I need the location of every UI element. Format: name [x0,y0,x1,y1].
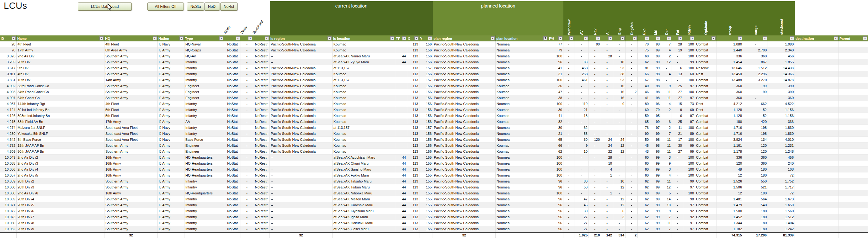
filter-dropdown-icon[interactable]: ▼ [863,36,867,40]
cell-exp[interactable]: 67 [638,77,650,83]
cell-name[interactable]: 2nd Air Div /2 [17,155,104,161]
cell-nation[interactable]: IJ Army [158,161,184,167]
cell-exp[interactable]: 81 [638,65,650,71]
cell-type[interactable]: Base Force [184,137,224,143]
cell-destination[interactable] [795,214,839,220]
cell-stackcost[interactable]: 456 [768,53,795,59]
cell-restricted[interactable]: NoRestr [253,119,270,125]
cell-air[interactable]: - [601,41,613,47]
cell-cargo[interactable]: 90 [743,83,768,89]
cell-destination[interactable] [795,137,839,143]
cell-stackcost[interactable]: 336 [768,119,795,125]
cell-destination[interactable] [795,125,839,131]
cell-delay[interactable]: - [241,196,253,202]
cell-engveh[interactable]: - [625,172,638,178]
cell-eng[interactable]: 6 [613,208,625,214]
cell-tf[interactable] [395,41,407,47]
cell-ppct[interactable]: 100 [548,167,563,172]
cell-av[interactable]: 258 [575,71,589,77]
cell-stackcost[interactable]: 1.717 [768,184,795,190]
cell-plan-location[interactable]: Koumac [496,83,548,89]
cell-ppct[interactable]: 96 [548,226,563,232]
cell-withdraw[interactable]: - [563,77,575,83]
cell-destination[interactable] [795,53,839,59]
cell-ppct[interactable]: 30 [548,125,563,131]
cell-x[interactable]: 113 [407,65,420,71]
filter-dropdown-icon[interactable]: ▼ [596,36,600,40]
cell-plan-region[interactable]: Pacific-South-New Caledonia [433,208,496,214]
cell-rdypct[interactable]: 99 [683,143,695,149]
cell-cargo[interactable]: 90 [743,89,768,95]
cell-x[interactable]: 113 [407,155,420,161]
cell-delay[interactable]: - [241,143,253,149]
cell-plan-location[interactable]: Noumea [496,226,548,232]
cell-withdraw[interactable]: - [563,125,575,131]
cell-stackcost[interactable]: 1.560 [768,208,795,214]
cell-x[interactable]: 113 [407,178,420,184]
cell-hq[interactable]: 5th Fleet [104,113,158,119]
cell-opmode[interactable]: Combat [695,41,716,47]
cell-hq[interactable]: Southern Army [104,178,158,184]
cell-is-location[interactable]: atSea xAK Kuroshio Maru [333,202,395,208]
cell-plan-region[interactable]: Pacific-South-New Caledonia [433,125,496,131]
cell-name[interactable]: 20th Div /8 [17,220,104,226]
cell-av[interactable]: 58 [575,131,589,137]
cell-is-location[interactable]: atSea xAK Kiyozumi Maru [333,208,395,214]
cell-stackcost[interactable]: 1.512 [768,214,795,220]
cell-is-region[interactable]: Pacific-South-New Caledonia [270,77,333,83]
cell-rdypct[interactable]: 98 [683,196,695,202]
cell-name[interactable]: 2nd Air Div /3 [17,161,104,167]
cell-eng[interactable]: - [613,107,625,113]
cell-y[interactable]: 156 [420,41,433,47]
cell-dsr[interactable]: 9 [661,208,672,214]
cell-delay[interactable]: - [241,41,253,47]
cell-troop[interactable]: 3.924 [716,137,743,143]
cell-air[interactable]: 10 [601,161,613,167]
cell-ppct[interactable]: 96 [548,184,563,190]
cell-static[interactable]: NoStat [224,167,241,172]
cell-hq[interactable]: Southern Army [104,83,158,89]
cell-stackcost[interactable]: 1.242 [768,226,795,232]
cell-rdypct[interactable]: 97 [683,184,695,190]
cell-dsr[interactable]: 12 [661,184,672,190]
cell-name[interactable]: 301st Ind.Infantry Bn [17,107,104,113]
filter-dropdown-icon[interactable]: ▼ [402,36,406,40]
cell-plan-region[interactable]: Pacific-South-New Caledonia [433,167,496,172]
cell-y[interactable]: 156 [420,131,433,137]
cell-type[interactable]: HQ-Headquarters [184,167,224,172]
filter-dropdown-icon[interactable]: ▼ [219,36,223,40]
cell-static[interactable]: NoStat [224,107,241,113]
cell-opmode[interactable]: Combat [695,214,716,220]
cell-is-region[interactable]: Pacific-South-New Caledonia [270,107,333,113]
cell-tf[interactable] [395,47,407,53]
cell-withdraw[interactable]: - [563,137,575,143]
cell-eng[interactable]: - [613,131,625,137]
cell-av[interactable]: 88 [575,59,589,65]
cell-is-location[interactable]: Koumac [333,89,395,95]
cell-engveh[interactable]: - [625,226,638,232]
cell-name[interactable]: 20th Div /9 [17,226,104,232]
cell-fat[interactable]: 6 [672,65,683,71]
cell-troop[interactable]: 1.161 [716,143,743,149]
cell-x[interactable]: 113 [407,184,420,190]
cell-hq[interactable]: Southern Army [104,95,158,101]
cell-restricted[interactable]: NoRestr [253,226,270,232]
cell-is-location[interactable]: at 113,157 [333,77,395,83]
cell-withdraw[interactable]: - [563,131,575,137]
cell-av[interactable]: - [575,89,589,95]
cell-mrl[interactable]: 98 [650,41,661,47]
cell-exp[interactable]: 80 [638,101,650,107]
cell-is-location[interactable]: Koumac [333,107,395,113]
cell-fat[interactable]: 21 [672,131,683,137]
cell-air[interactable]: - [601,178,613,184]
cell-plan-region[interactable]: Pacific-South-New Caledonia [433,47,496,53]
cell-parent[interactable] [839,113,868,119]
cell-is-region[interactable]: -- [270,178,333,184]
cell-id[interactable]: 4.126 [0,113,17,119]
cell-name[interactable]: 20th Div /6 [17,208,104,214]
cell-troop[interactable]: 360 [716,89,743,95]
cell-destination[interactable] [795,178,839,184]
cell-rdypct[interactable]: 69 [683,107,695,113]
cell-stackcost[interactable]: 2.340 [768,47,795,53]
cell-restricted[interactable]: NoRestr [253,172,270,178]
